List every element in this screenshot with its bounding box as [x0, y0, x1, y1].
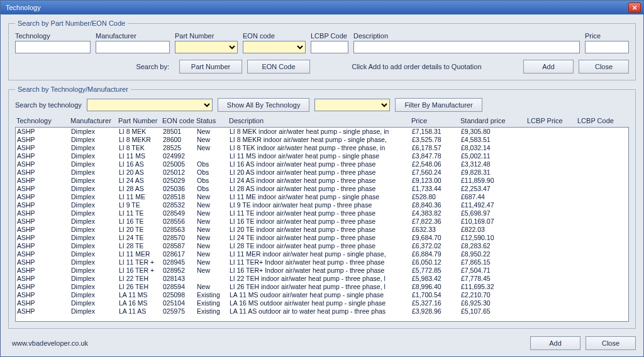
- cell: New: [197, 136, 230, 144]
- cell: ASHP: [17, 250, 71, 258]
- cell: 025104: [163, 299, 197, 307]
- cell: £5,698.97: [461, 209, 528, 217]
- cell: ASHP: [17, 242, 71, 250]
- table-row[interactable]: ASHPDimplexLI 26 TEH028594NewLI 26 TEH i…: [16, 283, 628, 291]
- cell: Dimplex: [71, 250, 119, 258]
- results-listbox[interactable]: ASHPDimplexLI 8 MEK28501NewLI 8 MEK indo…: [15, 127, 629, 322]
- table-row[interactable]: ASHPDimplexLI 24 TE028570NewLI 24 TE ind…: [16, 234, 628, 242]
- eoncode-combo[interactable]: [243, 41, 306, 53]
- search-partnumber-group: Search by Part Number/EON Code Technolog…: [8, 19, 636, 80]
- table-row[interactable]: ASHPDimplexLI 11 MER028617NewLI 11 MER i…: [16, 250, 628, 258]
- cell: LI 8 MEK: [119, 128, 163, 136]
- filter-manufacturer-button[interactable]: Filter By Manufacturer: [395, 98, 482, 112]
- cell: £8,996.40: [412, 283, 461, 291]
- table-row[interactable]: ASHPDimplexLI 8 TEK28525NewLI 8 TEK indo…: [16, 144, 628, 152]
- footer-add-button[interactable]: Add: [530, 336, 580, 350]
- cell: [578, 128, 628, 136]
- technology-input[interactable]: [15, 41, 91, 53]
- cell: LI 24 TE: [119, 234, 163, 242]
- table-row[interactable]: ASHPDimplexLI 11 MS024992LI 11 MS indoor…: [16, 152, 628, 160]
- cell: £7,778.45: [461, 275, 528, 283]
- filter-manufacturer-combo[interactable]: [314, 99, 390, 111]
- cell: LI 9 TE indoor air/water heat pump - thr…: [230, 201, 412, 209]
- table-row[interactable]: ASHPDimplexLI 16 AS025005ObsLI 16 AS ind…: [16, 160, 628, 168]
- table-row[interactable]: ASHPDimplexLA 16 MS025104ExistingLA 16 M…: [16, 299, 628, 307]
- partnumber-combo[interactable]: [175, 41, 238, 53]
- cell: [528, 217, 578, 226]
- cell: Dimplex: [71, 160, 119, 168]
- table-row[interactable]: ASHPDimplexLI 16 TER +028952NewLI 16 TER…: [16, 266, 628, 275]
- price-input[interactable]: [585, 41, 629, 53]
- cell: Dimplex: [71, 266, 119, 275]
- cell: 028556: [163, 217, 197, 226]
- cell: £9,305.80: [461, 128, 528, 136]
- lcbpcode-input[interactable]: [311, 41, 348, 53]
- cell: LI 11 TER +: [119, 258, 163, 266]
- manufacturer-input[interactable]: [96, 41, 170, 53]
- description-input[interactable]: [353, 41, 580, 53]
- cell: New: [197, 242, 230, 250]
- cell: £7,158.31: [412, 128, 461, 136]
- cell: [578, 234, 628, 242]
- searchby-eoncode-button[interactable]: EON Code: [247, 60, 310, 74]
- table-row[interactable]: ASHPDimplexLA 11 MS025098ExistingLA 11 M…: [16, 291, 628, 299]
- cell: LI 16 AS indoor air/water heat pump - th…: [230, 160, 412, 168]
- cell: £632.33: [412, 226, 461, 234]
- cell: [578, 209, 628, 217]
- cell: ASHP: [17, 291, 71, 299]
- showall-technology-button[interactable]: Show All By Technology: [218, 98, 310, 112]
- cell: £5,772.85: [412, 266, 461, 275]
- cell: Dimplex: [71, 226, 119, 234]
- cell: [528, 144, 578, 152]
- table-row[interactable]: ASHPDimplexLI 16 TE028556NewLI 16 TE ind…: [16, 217, 628, 226]
- cell: 024992: [163, 152, 197, 160]
- table-row[interactable]: ASHPDimplexLI 8 MEKR28600NewLI 8 MEKR in…: [16, 136, 628, 144]
- cell: [197, 152, 230, 160]
- table-row[interactable]: ASHPDimplexLI 28 TE028587NewLI 28 TE ind…: [16, 242, 628, 250]
- table-row[interactable]: ASHPDimplexLI 11 TER +028945NewLI 11 TER…: [16, 258, 628, 266]
- cell: £10,169.07: [461, 217, 528, 226]
- table-row[interactable]: ASHPDimplexLI 22 TEH028143LI 22 TEH indo…: [16, 275, 628, 283]
- table-row[interactable]: ASHPDimplexLI 9 TE028532NewLI 9 TE indoo…: [16, 201, 628, 209]
- cell: [578, 193, 628, 201]
- cell: [578, 201, 628, 209]
- cell: £7,822.36: [412, 217, 461, 226]
- search-technology-combo[interactable]: [87, 99, 213, 111]
- cell: £528.80: [412, 193, 461, 201]
- cell: Dimplex: [71, 152, 119, 160]
- cell: New: [197, 217, 230, 226]
- cell: [578, 144, 628, 152]
- table-row[interactable]: ASHPDimplexLI 8 MEK28501NewLI 8 MEK indo…: [16, 128, 628, 136]
- cell: £5,107.65: [461, 307, 528, 316]
- close-icon: ✕: [632, 4, 637, 11]
- table-row[interactable]: ASHPDimplexLI 20 AS025012ObsLI 20 AS ind…: [16, 168, 628, 177]
- footer-close-button[interactable]: Close: [586, 336, 636, 350]
- cell: New: [197, 209, 230, 217]
- cell: ASHP: [17, 226, 71, 234]
- cell: ASHP: [17, 283, 71, 291]
- cell: [528, 275, 578, 283]
- table-row[interactable]: ASHPDimplexLI 11 TE028549NewLI 11 TE ind…: [16, 209, 628, 217]
- table-row[interactable]: ASHPDimplexLI 11 ME028518NewLI 11 ME ind…: [16, 193, 628, 201]
- col-status: Status: [196, 117, 229, 124]
- window-close-button[interactable]: ✕: [628, 3, 641, 13]
- table-row[interactable]: ASHPDimplexLI 24 AS025029ObsLI 24 AS ind…: [16, 177, 628, 185]
- cell: [578, 283, 628, 291]
- searchby-partnumber-button[interactable]: Part Number: [179, 60, 242, 74]
- cell: [528, 266, 578, 275]
- group1-add-button[interactable]: Add: [523, 60, 574, 74]
- col-lcbpcode: LCBP Code: [577, 117, 628, 124]
- group1-close-button[interactable]: Close: [579, 60, 629, 74]
- table-row[interactable]: ASHPDimplexLA 11 AS025975ExistingLA 11 A…: [16, 307, 628, 316]
- cell: [578, 291, 628, 299]
- cell: Dimplex: [71, 177, 119, 185]
- table-row[interactable]: ASHPDimplexLI 20 TE028563NewLI 20 TE ind…: [16, 226, 628, 234]
- cell: [528, 209, 578, 217]
- cell: LI 16 TER+ Indoor air/water heat pump - …: [230, 266, 412, 275]
- cell: £3,312.48: [461, 160, 528, 168]
- cell: Dimplex: [71, 275, 119, 283]
- col-lcbpprice: LCBP Price: [527, 117, 577, 124]
- cell: [578, 266, 628, 275]
- cell: £822.03: [461, 226, 528, 234]
- table-row[interactable]: ASHPDimplexLI 28 AS025036ObsLI 28 AS ind…: [16, 185, 628, 193]
